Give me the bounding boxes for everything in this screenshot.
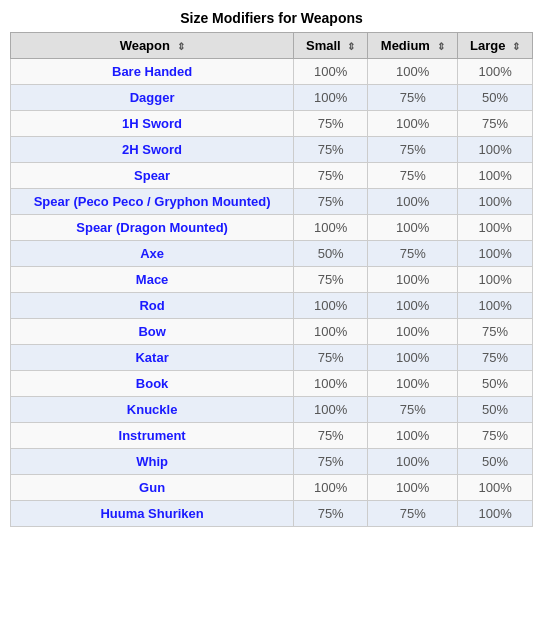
large-cell: 50% <box>458 449 533 475</box>
table-row: Mace75%100%100% <box>11 267 533 293</box>
table-row: Spear75%75%100% <box>11 163 533 189</box>
weapon-cell: Gun <box>11 475 294 501</box>
weapon-cell: 2H Sword <box>11 137 294 163</box>
table-title: Size Modifiers for Weapons <box>10 10 533 26</box>
medium-header-label: Medium <box>381 38 430 53</box>
weapon-cell: Whip <box>11 449 294 475</box>
medium-header[interactable]: Medium ⇕ <box>368 33 458 59</box>
large-cell: 75% <box>458 319 533 345</box>
weapon-cell: Katar <box>11 345 294 371</box>
weapon-cell: Axe <box>11 241 294 267</box>
small-cell: 100% <box>294 371 368 397</box>
small-cell: 75% <box>294 423 368 449</box>
weapon-cell: Rod <box>11 293 294 319</box>
medium-cell: 75% <box>368 85 458 111</box>
large-cell: 50% <box>458 371 533 397</box>
large-cell: 100% <box>458 215 533 241</box>
large-cell: 50% <box>458 85 533 111</box>
small-cell: 75% <box>294 501 368 527</box>
large-cell: 100% <box>458 189 533 215</box>
weapon-cell: Bow <box>11 319 294 345</box>
medium-cell: 100% <box>368 267 458 293</box>
large-cell: 100% <box>458 163 533 189</box>
medium-cell: 100% <box>368 319 458 345</box>
large-header-label: Large <box>470 38 505 53</box>
table-row: Huuma Shuriken75%75%100% <box>11 501 533 527</box>
medium-cell: 100% <box>368 111 458 137</box>
small-cell: 100% <box>294 59 368 85</box>
weapon-cell: Book <box>11 371 294 397</box>
small-header-label: Small <box>306 38 341 53</box>
table-body: Bare Handed100%100%100%Dagger100%75%50%1… <box>11 59 533 527</box>
small-cell: 100% <box>294 85 368 111</box>
medium-cell: 75% <box>368 397 458 423</box>
large-header[interactable]: Large ⇕ <box>458 33 533 59</box>
small-cell: 75% <box>294 189 368 215</box>
small-cell: 100% <box>294 293 368 319</box>
table-row: Bare Handed100%100%100% <box>11 59 533 85</box>
medium-cell: 100% <box>368 345 458 371</box>
large-cell: 75% <box>458 345 533 371</box>
small-sort-icon: ⇕ <box>347 41 355 52</box>
weapon-cell: Instrument <box>11 423 294 449</box>
small-cell: 75% <box>294 345 368 371</box>
weapon-header[interactable]: Weapon ⇕ <box>11 33 294 59</box>
large-cell: 100% <box>458 241 533 267</box>
medium-cell: 75% <box>368 163 458 189</box>
table-container: Size Modifiers for Weapons Weapon ⇕ Smal… <box>10 10 533 527</box>
table-row: Knuckle100%75%50% <box>11 397 533 423</box>
table-row: Instrument75%100%75% <box>11 423 533 449</box>
weapon-cell: Spear (Dragon Mounted) <box>11 215 294 241</box>
table-row: Gun100%100%100% <box>11 475 533 501</box>
small-cell: 100% <box>294 215 368 241</box>
large-cell: 100% <box>458 137 533 163</box>
weapon-header-label: Weapon <box>120 38 170 53</box>
weapon-cell: 1H Sword <box>11 111 294 137</box>
table-row: 2H Sword75%75%100% <box>11 137 533 163</box>
medium-cell: 75% <box>368 137 458 163</box>
large-cell: 75% <box>458 111 533 137</box>
table-row: 1H Sword75%100%75% <box>11 111 533 137</box>
medium-cell: 75% <box>368 241 458 267</box>
weapon-cell: Spear <box>11 163 294 189</box>
size-modifiers-table: Weapon ⇕ Small ⇕ Medium ⇕ Large ⇕ Bare H… <box>10 32 533 527</box>
small-cell: 75% <box>294 111 368 137</box>
medium-cell: 75% <box>368 501 458 527</box>
table-row: Bow100%100%75% <box>11 319 533 345</box>
medium-cell: 100% <box>368 59 458 85</box>
table-row: Spear (Peco Peco / Gryphon Mounted)75%10… <box>11 189 533 215</box>
small-cell: 100% <box>294 319 368 345</box>
medium-cell: 100% <box>368 449 458 475</box>
large-cell: 100% <box>458 59 533 85</box>
small-cell: 50% <box>294 241 368 267</box>
medium-cell: 100% <box>368 475 458 501</box>
table-row: Rod100%100%100% <box>11 293 533 319</box>
table-row: Book100%100%50% <box>11 371 533 397</box>
table-row: Spear (Dragon Mounted)100%100%100% <box>11 215 533 241</box>
medium-sort-icon: ⇕ <box>437 41 445 52</box>
header-row: Weapon ⇕ Small ⇕ Medium ⇕ Large ⇕ <box>11 33 533 59</box>
large-sort-icon: ⇕ <box>512 41 520 52</box>
weapon-cell: Huuma Shuriken <box>11 501 294 527</box>
large-cell: 100% <box>458 267 533 293</box>
small-cell: 75% <box>294 267 368 293</box>
small-cell: 75% <box>294 449 368 475</box>
small-header[interactable]: Small ⇕ <box>294 33 368 59</box>
weapon-sort-icon: ⇕ <box>177 41 185 52</box>
small-cell: 75% <box>294 137 368 163</box>
weapon-cell: Knuckle <box>11 397 294 423</box>
table-row: Katar75%100%75% <box>11 345 533 371</box>
table-row: Whip75%100%50% <box>11 449 533 475</box>
large-cell: 100% <box>458 475 533 501</box>
medium-cell: 100% <box>368 293 458 319</box>
large-cell: 75% <box>458 423 533 449</box>
table-row: Dagger100%75%50% <box>11 85 533 111</box>
large-cell: 100% <box>458 293 533 319</box>
weapon-cell: Mace <box>11 267 294 293</box>
small-cell: 100% <box>294 475 368 501</box>
weapon-cell: Dagger <box>11 85 294 111</box>
medium-cell: 100% <box>368 371 458 397</box>
small-cell: 100% <box>294 397 368 423</box>
medium-cell: 100% <box>368 189 458 215</box>
weapon-cell: Bare Handed <box>11 59 294 85</box>
